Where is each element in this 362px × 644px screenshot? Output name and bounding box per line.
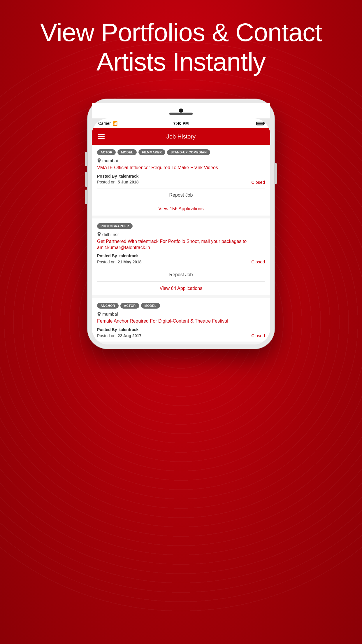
job-card: PHOTOGRAPHER delhi ncr Get Partnered Wit… xyxy=(92,218,270,295)
location-text: mumbai xyxy=(102,158,118,163)
job-tags: PHOTOGRAPHER xyxy=(97,223,265,229)
hamburger-line-1 xyxy=(98,134,105,135)
location-text: delhi ncr xyxy=(102,232,119,237)
job-location: delhi ncr xyxy=(97,232,265,237)
posted-by: Posted By talentrack xyxy=(97,327,265,332)
posted-on-label: Posted on 5 Jun 2018 xyxy=(97,180,138,184)
hamburger-line-2 xyxy=(98,136,105,137)
posted-on-date: 21 May 2018 xyxy=(118,260,142,264)
posted-by: Posted By talentrack xyxy=(97,253,265,258)
job-title[interactable]: VMATE Official Influencer Required To Ma… xyxy=(97,165,265,171)
posted-on: Posted on 22 Aug 2017 Closed xyxy=(97,333,265,338)
phone-notch xyxy=(92,103,270,118)
posted-by-label: Posted By xyxy=(97,327,117,332)
job-card: ACTOR MODEL FILMMAKER STAND-UP COMEDIAN … xyxy=(92,145,270,216)
posted-by: Posted By talentrack xyxy=(97,174,265,178)
repost-job-button[interactable]: Repost Job xyxy=(92,268,270,281)
job-tags: ANCHOR ACTOR MODEL xyxy=(97,303,265,309)
phone-outer: Carrier 📶 7:40 PM Job History xyxy=(88,99,274,349)
job-status: Closed xyxy=(251,333,265,338)
job-card-body: ACTOR MODEL FILMMAKER STAND-UP COMEDIAN … xyxy=(92,145,270,188)
tag-anchor: ANCHOR xyxy=(97,303,119,309)
location-icon xyxy=(97,312,101,316)
job-location: mumbai xyxy=(97,158,265,163)
posted-on: Posted on 21 May 2018 Closed xyxy=(97,259,265,264)
location-icon xyxy=(97,232,101,237)
posted-by-value: talentrack xyxy=(119,327,138,332)
status-bar: Carrier 📶 7:40 PM xyxy=(92,118,270,128)
posted-on: Posted on 5 Jun 2018 Closed xyxy=(97,180,265,185)
job-status: Closed xyxy=(251,180,265,185)
posted-by-label: Posted By xyxy=(97,174,117,178)
location-text: mumbai xyxy=(102,312,118,316)
posted-by-value: talentrack xyxy=(119,174,138,178)
phone-screen: Carrier 📶 7:40 PM Job History xyxy=(92,118,270,344)
posted-on-label: Posted on 21 May 2018 xyxy=(97,260,142,264)
view-applications-button[interactable]: View 156 Applications xyxy=(92,202,270,216)
repost-job-button[interactable]: Repost Job xyxy=(92,188,270,202)
view-applications-button[interactable]: View 64 Applications xyxy=(92,282,270,295)
tag-filmmaker: FILMMAKER xyxy=(138,149,166,155)
tag-standup: STAND-UP COMEDIAN xyxy=(167,149,210,155)
phone-mockup: Carrier 📶 7:40 PM Job History xyxy=(88,99,274,349)
location-icon xyxy=(97,158,101,163)
job-card-body: PHOTOGRAPHER delhi ncr Get Partnered Wit… xyxy=(92,218,270,268)
front-camera xyxy=(179,108,183,113)
posted-on-date: 22 Aug 2017 xyxy=(118,333,141,338)
tag-model: MODEL xyxy=(141,303,160,309)
app-header: Job History xyxy=(92,128,270,145)
job-location: mumbai xyxy=(97,312,265,316)
job-list: ACTOR MODEL FILMMAKER STAND-UP COMEDIAN … xyxy=(92,145,270,344)
job-title[interactable]: Get Partnered With talentrack For Portfo… xyxy=(97,239,265,251)
hamburger-line-3 xyxy=(98,138,105,139)
tag-model: MODEL xyxy=(117,149,136,155)
job-tags: ACTOR MODEL FILMMAKER STAND-UP COMEDIAN xyxy=(97,149,265,155)
carrier-label: Carrier xyxy=(98,121,111,126)
job-card: ANCHOR ACTOR MODEL mumbai Female Anchor … xyxy=(92,298,270,342)
posted-by-label: Posted By xyxy=(97,253,117,258)
phone-speaker xyxy=(169,113,193,115)
status-right xyxy=(256,122,264,125)
posted-on-date: 5 Jun 2018 xyxy=(118,180,139,184)
status-time: 7:40 PM xyxy=(173,121,189,126)
job-status: Closed xyxy=(251,259,265,264)
job-card-body: ANCHOR ACTOR MODEL mumbai Female Anchor … xyxy=(92,298,270,342)
status-left: Carrier 📶 xyxy=(98,121,117,126)
battery-fill xyxy=(257,123,263,125)
tag-actor: ACTOR xyxy=(97,149,116,155)
tag-photographer: PHOTOGRAPHER xyxy=(97,223,133,229)
job-title[interactable]: Female Anchor Required For Digital-Conte… xyxy=(97,318,265,324)
posted-on-label: Posted on 22 Aug 2017 xyxy=(97,333,141,338)
battery-icon xyxy=(256,122,264,125)
posted-by-value: talentrack xyxy=(119,253,138,258)
hero-title: View Portfolios & Contact Artists Instan… xyxy=(0,18,362,76)
tag-actor: ACTOR xyxy=(120,303,139,309)
wifi-icon: 📶 xyxy=(113,121,117,126)
app-title: Job History xyxy=(166,133,196,140)
menu-button[interactable] xyxy=(98,134,105,139)
